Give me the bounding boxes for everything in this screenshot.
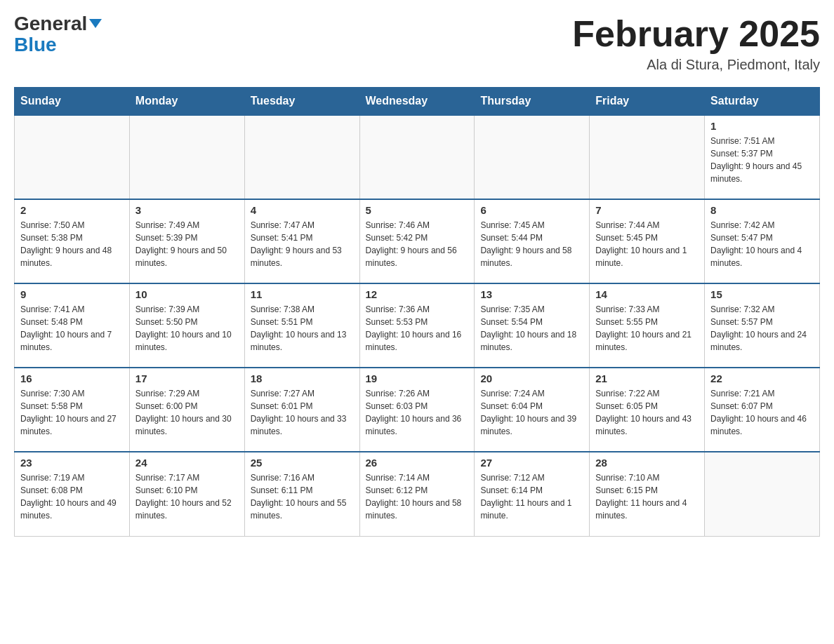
day-info: Sunrise: 7:45 AMSunset: 5:44 PMDaylight:…: [480, 219, 583, 269]
page-header: General Blue February 2025 Ala di Stura,…: [14, 14, 820, 73]
day-number: 10: [135, 288, 239, 300]
logo-general: General: [14, 14, 102, 34]
day-number: 13: [480, 288, 583, 300]
table-row: 28Sunrise: 7:10 AMSunset: 6:15 PMDayligh…: [590, 452, 705, 536]
day-info: Sunrise: 7:26 AMSunset: 6:03 PMDaylight:…: [366, 387, 469, 438]
table-row: [590, 115, 705, 199]
day-number: 15: [710, 288, 814, 300]
day-number: 26: [366, 457, 469, 469]
day-number: 1: [710, 120, 814, 132]
day-number: 11: [251, 288, 354, 300]
day-number: 16: [20, 373, 124, 384]
table-row: 7Sunrise: 7:44 AMSunset: 5:45 PMDaylight…: [590, 199, 705, 283]
day-number: 27: [480, 457, 583, 469]
table-row: 2Sunrise: 7:50 AMSunset: 5:38 PMDaylight…: [15, 199, 130, 283]
day-number: 23: [20, 457, 124, 469]
table-row: [15, 115, 130, 199]
table-row: 13Sunrise: 7:35 AMSunset: 5:54 PMDayligh…: [475, 283, 590, 368]
day-info: Sunrise: 7:32 AMSunset: 5:57 PMDaylight:…: [710, 303, 814, 354]
table-row: 8Sunrise: 7:42 AMSunset: 5:47 PMDaylight…: [705, 199, 820, 283]
day-number: 8: [710, 204, 814, 216]
day-info: Sunrise: 7:39 AMSunset: 5:50 PMDaylight:…: [135, 303, 239, 354]
day-number: 25: [251, 457, 354, 469]
day-info: Sunrise: 7:16 AMSunset: 6:11 PMDaylight:…: [251, 471, 354, 522]
day-info: Sunrise: 7:29 AMSunset: 6:00 PMDaylight:…: [135, 387, 239, 438]
day-number: 17: [135, 373, 239, 384]
day-info: Sunrise: 7:46 AMSunset: 5:42 PMDaylight:…: [366, 219, 469, 269]
day-info: Sunrise: 7:50 AMSunset: 5:38 PMDaylight:…: [20, 219, 124, 269]
table-row: 17Sunrise: 7:29 AMSunset: 6:00 PMDayligh…: [129, 368, 244, 452]
day-info: Sunrise: 7:51 AMSunset: 5:37 PMDaylight:…: [710, 135, 814, 185]
day-info: Sunrise: 7:17 AMSunset: 6:10 PMDaylight:…: [135, 471, 239, 522]
day-info: Sunrise: 7:38 AMSunset: 5:51 PMDaylight:…: [251, 303, 354, 354]
col-sunday: Sunday: [15, 88, 130, 116]
day-info: Sunrise: 7:30 AMSunset: 5:58 PMDaylight:…: [20, 387, 124, 438]
table-row: 15Sunrise: 7:32 AMSunset: 5:57 PMDayligh…: [705, 283, 820, 368]
day-info: Sunrise: 7:22 AMSunset: 6:05 PMDaylight:…: [595, 387, 699, 438]
day-info: Sunrise: 7:36 AMSunset: 5:53 PMDaylight:…: [366, 303, 469, 354]
table-row: 9Sunrise: 7:41 AMSunset: 5:48 PMDaylight…: [15, 283, 130, 368]
table-row: 1Sunrise: 7:51 AMSunset: 5:37 PMDaylight…: [705, 115, 820, 199]
calendar-week-row: 16Sunrise: 7:30 AMSunset: 5:58 PMDayligh…: [15, 368, 820, 452]
day-number: 24: [135, 457, 239, 469]
day-info: Sunrise: 7:35 AMSunset: 5:54 PMDaylight:…: [480, 303, 583, 354]
month-title: February 2025: [572, 14, 820, 54]
day-number: 7: [595, 204, 699, 216]
table-row: 23Sunrise: 7:19 AMSunset: 6:08 PMDayligh…: [15, 452, 130, 536]
table-row: 16Sunrise: 7:30 AMSunset: 5:58 PMDayligh…: [15, 368, 130, 452]
day-number: 2: [20, 204, 124, 216]
day-info: Sunrise: 7:27 AMSunset: 6:01 PMDaylight:…: [251, 387, 354, 438]
table-row: 22Sunrise: 7:21 AMSunset: 6:07 PMDayligh…: [705, 368, 820, 452]
calendar-week-row: 23Sunrise: 7:19 AMSunset: 6:08 PMDayligh…: [15, 452, 820, 536]
col-saturday: Saturday: [705, 88, 820, 116]
table-row: 3Sunrise: 7:49 AMSunset: 5:39 PMDaylight…: [129, 199, 244, 283]
logo-blue: Blue: [14, 34, 57, 56]
day-number: 18: [251, 373, 354, 384]
day-number: 9: [20, 288, 124, 300]
table-row: 6Sunrise: 7:45 AMSunset: 5:44 PMDaylight…: [475, 199, 590, 283]
col-thursday: Thursday: [475, 88, 590, 116]
table-row: [475, 115, 590, 199]
table-row: [244, 115, 359, 199]
day-number: 3: [135, 204, 239, 216]
day-info: Sunrise: 7:42 AMSunset: 5:47 PMDaylight:…: [710, 219, 814, 269]
day-info: Sunrise: 7:33 AMSunset: 5:55 PMDaylight:…: [595, 303, 699, 354]
col-tuesday: Tuesday: [244, 88, 359, 116]
table-row: 11Sunrise: 7:38 AMSunset: 5:51 PMDayligh…: [244, 283, 359, 368]
calendar-week-row: 1Sunrise: 7:51 AMSunset: 5:37 PMDaylight…: [15, 115, 820, 199]
day-number: 28: [595, 457, 699, 469]
calendar-week-row: 9Sunrise: 7:41 AMSunset: 5:48 PMDaylight…: [15, 283, 820, 368]
table-row: 21Sunrise: 7:22 AMSunset: 6:05 PMDayligh…: [590, 368, 705, 452]
col-monday: Monday: [129, 88, 244, 116]
day-info: Sunrise: 7:24 AMSunset: 6:04 PMDaylight:…: [480, 387, 583, 438]
day-number: 19: [366, 373, 469, 384]
day-info: Sunrise: 7:44 AMSunset: 5:45 PMDaylight:…: [595, 219, 699, 269]
day-number: 20: [480, 373, 583, 384]
table-row: 10Sunrise: 7:39 AMSunset: 5:50 PMDayligh…: [129, 283, 244, 368]
logo: General Blue: [14, 14, 102, 56]
title-area: February 2025 Ala di Stura, Piedmont, It…: [572, 14, 820, 73]
day-number: 12: [366, 288, 469, 300]
table-row: 26Sunrise: 7:14 AMSunset: 6:12 PMDayligh…: [359, 452, 475, 536]
table-row: 5Sunrise: 7:46 AMSunset: 5:42 PMDaylight…: [359, 199, 475, 283]
table-row: 25Sunrise: 7:16 AMSunset: 6:11 PMDayligh…: [244, 452, 359, 536]
table-row: 19Sunrise: 7:26 AMSunset: 6:03 PMDayligh…: [359, 368, 475, 452]
day-number: 22: [710, 373, 814, 384]
day-info: Sunrise: 7:49 AMSunset: 5:39 PMDaylight:…: [135, 219, 239, 269]
calendar-header-row: Sunday Monday Tuesday Wednesday Thursday…: [15, 88, 820, 116]
day-info: Sunrise: 7:12 AMSunset: 6:14 PMDaylight:…: [480, 471, 583, 522]
table-row: 12Sunrise: 7:36 AMSunset: 5:53 PMDayligh…: [359, 283, 475, 368]
table-row: 24Sunrise: 7:17 AMSunset: 6:10 PMDayligh…: [129, 452, 244, 536]
location: Ala di Stura, Piedmont, Italy: [572, 57, 820, 73]
table-row: 18Sunrise: 7:27 AMSunset: 6:01 PMDayligh…: [244, 368, 359, 452]
day-info: Sunrise: 7:10 AMSunset: 6:15 PMDaylight:…: [595, 471, 699, 522]
day-number: 6: [480, 204, 583, 216]
calendar-table: Sunday Monday Tuesday Wednesday Thursday…: [14, 87, 820, 537]
table-row: [705, 452, 820, 536]
col-wednesday: Wednesday: [359, 88, 475, 116]
day-number: 5: [366, 204, 469, 216]
day-info: Sunrise: 7:47 AMSunset: 5:41 PMDaylight:…: [251, 219, 354, 269]
table-row: 27Sunrise: 7:12 AMSunset: 6:14 PMDayligh…: [475, 452, 590, 536]
col-friday: Friday: [590, 88, 705, 116]
table-row: [129, 115, 244, 199]
